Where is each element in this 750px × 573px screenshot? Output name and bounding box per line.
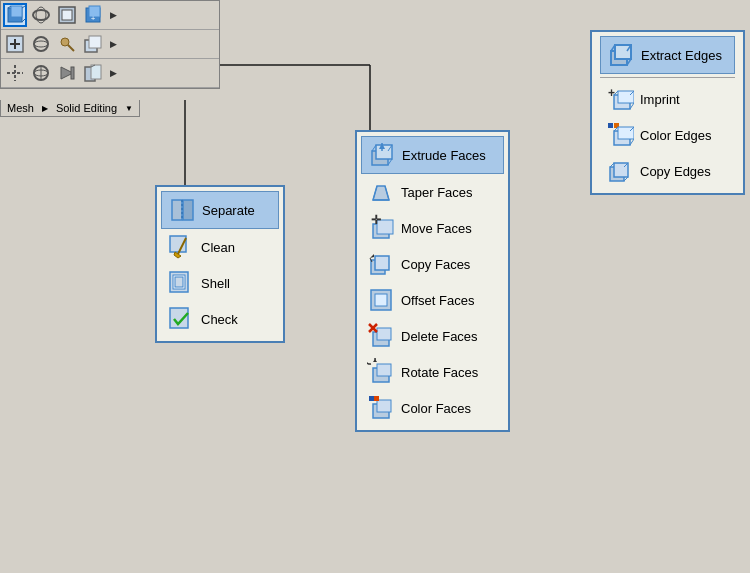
- svg-rect-72: [369, 396, 374, 401]
- color-faces-icon: [367, 394, 395, 422]
- toolbar-btn-5[interactable]: [3, 32, 27, 56]
- imprint-label: Imprint: [640, 92, 680, 107]
- extrude-faces-label: Extrude Faces: [402, 148, 486, 163]
- svg-rect-44: [170, 308, 188, 328]
- separate-label: Separate: [202, 203, 255, 218]
- separate-item[interactable]: Separate: [161, 191, 279, 229]
- delete-faces-item[interactable]: Delete Faces: [361, 318, 504, 354]
- svg-point-19: [34, 37, 48, 51]
- copy-faces-icon: [367, 250, 395, 278]
- svg-point-21: [61, 38, 69, 46]
- svg-rect-62: [375, 294, 387, 306]
- svg-rect-64: [377, 328, 391, 340]
- move-faces-item[interactable]: ✛ Move Faces: [361, 210, 504, 246]
- svg-line-22: [68, 45, 74, 51]
- color-edges-icon: [606, 121, 634, 149]
- toolbar-btn-arrow2[interactable]: ▶: [107, 32, 119, 56]
- delete-faces-icon: [367, 322, 395, 350]
- shell-label: Shell: [201, 276, 230, 291]
- color-faces-item[interactable]: Color Faces: [361, 390, 504, 426]
- copy-edges-item[interactable]: Copy Edges: [600, 153, 735, 189]
- svg-text:+: +: [91, 14, 96, 23]
- extract-edges-label: Extract Edges: [641, 48, 722, 63]
- separate-icon: [168, 196, 196, 224]
- svg-text:✛: ✛: [371, 214, 381, 227]
- check-icon: [167, 305, 195, 333]
- toolbar-btn-6[interactable]: [29, 32, 53, 56]
- taper-faces-icon: [367, 178, 395, 206]
- svg-rect-36: [183, 200, 193, 220]
- solid-editing-label: Solid Editing: [56, 102, 117, 114]
- copy-edges-icon: [606, 157, 634, 185]
- svg-rect-73: [374, 396, 379, 401]
- face-panel: Extrude Faces Taper Faces ✛ Move Faces: [355, 130, 510, 432]
- toolbar-btn-arrow[interactable]: ▶: [107, 3, 119, 27]
- offset-faces-label: Offset Faces: [401, 293, 474, 308]
- toolbar-btn-arrow3[interactable]: ▶: [107, 61, 119, 85]
- color-edges-item[interactable]: Color Edges: [600, 117, 735, 153]
- svg-rect-68: [377, 364, 391, 376]
- extract-edges-item[interactable]: Extract Edges: [600, 36, 735, 74]
- mesh-arrow: ▶: [42, 104, 48, 113]
- svg-rect-75: [615, 45, 631, 59]
- taper-faces-item[interactable]: Taper Faces: [361, 174, 504, 210]
- svg-rect-24: [89, 36, 101, 48]
- check-label: Check: [201, 312, 238, 327]
- svg-point-20: [34, 41, 48, 47]
- delete-faces-label: Delete Faces: [401, 329, 478, 344]
- secondary-panel: Separate Clean Shell: [155, 185, 285, 343]
- toolbar-btn-12[interactable]: [81, 61, 105, 85]
- color-faces-label: Color Faces: [401, 401, 471, 416]
- imprint-item[interactable]: + Imprint: [600, 81, 735, 117]
- toolbar-btn-8[interactable]: [81, 32, 105, 56]
- toolbar-row-3: ▶: [1, 59, 219, 88]
- shell-item[interactable]: Shell: [161, 265, 279, 301]
- toolbar-btn-10[interactable]: [29, 61, 53, 85]
- extrude-faces-item[interactable]: Extrude Faces: [361, 136, 504, 174]
- rotate-faces-label: Rotate Faces: [401, 365, 478, 380]
- svg-rect-85: [608, 123, 613, 128]
- offset-faces-icon: [367, 286, 395, 314]
- check-item[interactable]: Check: [161, 301, 279, 337]
- toolbar-btn-2[interactable]: [29, 3, 53, 27]
- svg-rect-60: [375, 256, 389, 270]
- toolbar-btn-4[interactable]: +: [81, 3, 105, 27]
- toolbar-btn-3[interactable]: [55, 3, 79, 27]
- clean-item[interactable]: Clean: [161, 229, 279, 265]
- separator-1: [600, 77, 735, 78]
- imprint-icon: +: [606, 85, 634, 113]
- svg-rect-31: [71, 67, 74, 79]
- toolbar-btn-11[interactable]: [55, 61, 79, 85]
- copy-edges-label: Copy Edges: [640, 164, 711, 179]
- toolbar-row-2: ▶: [1, 30, 219, 59]
- solid-editing-arrow: ▼: [125, 104, 133, 113]
- toolbar-area: + ▶: [0, 0, 220, 89]
- color-edges-label: Color Edges: [640, 128, 712, 143]
- offset-faces-item[interactable]: Offset Faces: [361, 282, 504, 318]
- mesh-label: Mesh: [7, 102, 34, 114]
- svg-rect-71: [377, 400, 391, 412]
- toolbar-btn-1[interactable]: [3, 3, 27, 27]
- clean-label: Clean: [201, 240, 235, 255]
- svg-rect-43: [175, 277, 183, 287]
- move-faces-label: Move Faces: [401, 221, 472, 236]
- copy-faces-item[interactable]: Copy Faces: [361, 246, 504, 282]
- extract-edges-icon: [607, 41, 635, 69]
- toolbar-labels: Mesh ▶ Solid Editing ▼: [0, 100, 140, 117]
- clean-icon: [167, 233, 195, 261]
- shell-icon: [167, 269, 195, 297]
- move-faces-icon: ✛: [367, 214, 395, 242]
- toolbar-btn-7[interactable]: [55, 32, 79, 56]
- rotate-faces-icon: [367, 358, 395, 386]
- toolbar-btn-9[interactable]: [3, 61, 27, 85]
- svg-rect-35: [172, 200, 182, 220]
- rotate-faces-item[interactable]: Rotate Faces: [361, 354, 504, 390]
- svg-marker-69: [373, 359, 377, 362]
- svg-point-9: [33, 10, 49, 20]
- extrude-faces-icon: [368, 141, 396, 169]
- toolbar-row-1: + ▶: [1, 1, 219, 30]
- taper-faces-label: Taper Faces: [401, 185, 473, 200]
- copy-faces-label: Copy Faces: [401, 257, 470, 272]
- svg-rect-5: [11, 6, 22, 17]
- svg-rect-33: [91, 65, 101, 79]
